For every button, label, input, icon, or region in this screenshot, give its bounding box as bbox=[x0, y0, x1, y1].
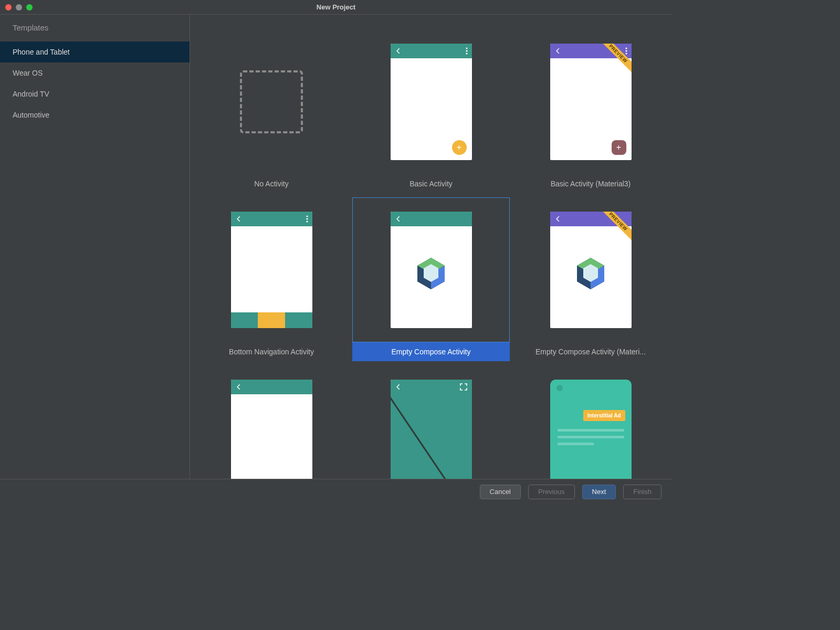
back-arrow-icon bbox=[395, 383, 402, 391]
appbar bbox=[391, 380, 472, 394]
overflow-menu-icon bbox=[466, 47, 468, 55]
fullscreen-icon bbox=[459, 383, 468, 393]
sidebar-item-wear-os[interactable]: Wear OS bbox=[0, 62, 190, 83]
zoom-window-button[interactable] bbox=[26, 4, 33, 10]
back-arrow-icon bbox=[554, 47, 562, 55]
close-window-button[interactable] bbox=[5, 4, 12, 10]
previous-button[interactable]: Previous bbox=[528, 485, 575, 499]
template-label: Empty Compose Activity bbox=[352, 342, 510, 361]
next-button[interactable]: Next bbox=[582, 485, 616, 499]
window-title: New Project bbox=[317, 3, 355, 11]
appbar bbox=[231, 212, 312, 226]
template-card[interactable]: Interstitial Ad bbox=[512, 365, 669, 479]
template-preview bbox=[391, 380, 472, 479]
svg-point-7 bbox=[306, 218, 308, 219]
overflow-menu-icon bbox=[625, 47, 627, 55]
svg-point-0 bbox=[466, 47, 467, 49]
dialog-body: Templates Phone and TabletWear OSAndroid… bbox=[0, 15, 672, 479]
appbar bbox=[391, 44, 472, 58]
template-preview: +PREVIEW bbox=[550, 44, 632, 160]
svg-point-3 bbox=[625, 47, 627, 49]
sidebar-item-automotive[interactable]: Automotive bbox=[0, 104, 190, 125]
back-arrow-icon bbox=[554, 215, 562, 223]
template-card[interactable]: No Activity bbox=[193, 29, 350, 193]
template-card[interactable] bbox=[193, 365, 350, 479]
back-arrow-icon bbox=[395, 215, 402, 223]
template-label: Basic Activity bbox=[352, 174, 510, 193]
ad-chip: Interstitial Ad bbox=[583, 410, 625, 421]
fab-add-icon: + bbox=[612, 140, 626, 155]
template-preview bbox=[391, 212, 472, 328]
template-label: Empty Compose Activity (Materi... bbox=[512, 342, 669, 361]
template-card[interactable]: PREVIEWEmpty Compose Activity (Materi... bbox=[512, 197, 669, 361]
back-arrow-icon bbox=[235, 215, 243, 223]
sidebar: Templates Phone and TabletWear OSAndroid… bbox=[0, 15, 190, 479]
dialog-footer: Cancel Previous Next Finish bbox=[0, 479, 672, 504]
back-arrow-icon bbox=[395, 47, 402, 55]
svg-point-5 bbox=[625, 52, 627, 54]
template-label: Basic Activity (Material3) bbox=[512, 174, 669, 193]
svg-point-1 bbox=[466, 50, 467, 51]
sidebar-heading: Templates bbox=[0, 23, 190, 41]
template-card[interactable]: Empty Compose Activity bbox=[352, 197, 510, 361]
back-arrow-icon bbox=[235, 383, 243, 391]
fab-add-icon: + bbox=[452, 140, 467, 155]
template-preview: Interstitial Ad bbox=[550, 380, 632, 479]
template-card[interactable] bbox=[352, 365, 510, 479]
svg-point-4 bbox=[625, 50, 627, 51]
window-controls bbox=[5, 4, 33, 10]
svg-point-6 bbox=[306, 215, 308, 217]
template-card[interactable]: Bottom Navigation Activity bbox=[193, 197, 350, 361]
new-project-window: New Project Templates Phone and TabletWe… bbox=[0, 0, 672, 504]
no-activity-icon bbox=[240, 70, 303, 133]
finish-button[interactable]: Finish bbox=[623, 485, 662, 499]
template-label: No Activity bbox=[193, 174, 350, 193]
minimize-window-button[interactable] bbox=[16, 4, 22, 10]
template-card[interactable]: +Basic Activity bbox=[352, 29, 510, 193]
compose-logo-icon bbox=[415, 257, 447, 292]
template-preview bbox=[231, 380, 312, 479]
sidebar-item-phone-and-tablet[interactable]: Phone and Tablet bbox=[0, 41, 190, 62]
svg-point-2 bbox=[466, 52, 467, 54]
template-label: Bottom Navigation Activity bbox=[193, 342, 350, 361]
template-gallery: No Activity+Basic Activity+PREVIEWBasic … bbox=[190, 15, 672, 479]
svg-point-8 bbox=[306, 220, 308, 222]
template-preview bbox=[231, 212, 312, 328]
appbar bbox=[391, 212, 472, 226]
template-preview: PREVIEW bbox=[550, 212, 632, 328]
appbar bbox=[231, 380, 312, 394]
titlebar: New Project bbox=[0, 0, 672, 15]
compose-logo-icon bbox=[575, 257, 606, 292]
template-card[interactable]: +PREVIEWBasic Activity (Material3) bbox=[512, 29, 669, 193]
sidebar-item-android-tv[interactable]: Android TV bbox=[0, 83, 190, 104]
cancel-button[interactable]: Cancel bbox=[480, 485, 521, 499]
template-preview: + bbox=[391, 44, 472, 160]
overflow-menu-icon bbox=[306, 215, 308, 223]
bottom-nav bbox=[231, 312, 312, 328]
